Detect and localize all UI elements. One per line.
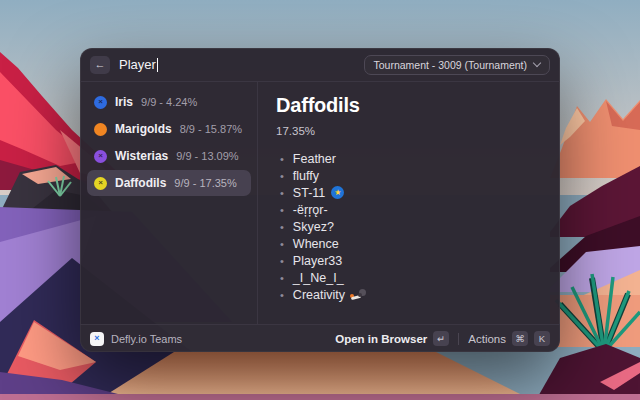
bullet-dot: • (280, 255, 284, 267)
back-button[interactable]: ← (90, 56, 110, 74)
team-color-badge: × (94, 177, 107, 190)
player-name: Whence (293, 237, 339, 251)
player-item: •ST-11★ (276, 184, 542, 201)
team-name: Iris (115, 95, 133, 109)
team-row-wisterias[interactable]: ×Wisterias9/9 - 13.09% (87, 143, 251, 169)
player-name: Player33 (293, 254, 342, 268)
bullet-dot: • (280, 153, 284, 165)
k-keycap: K (534, 331, 550, 346)
player-item: •Whence (276, 235, 542, 252)
bullet-dot: • (280, 187, 284, 199)
player-item: •Feather (276, 150, 542, 167)
team-record: 9/9 - 4.24% (141, 96, 197, 108)
actions-button[interactable]: Actions (468, 333, 506, 345)
footer-bar: × Defly.io Teams Open in Browser ↵ Actio… (80, 324, 560, 352)
defly-x-glyph: × (94, 334, 99, 343)
player-name: Skyez? (293, 220, 334, 234)
search-input[interactable]: Player (119, 57, 355, 72)
window-body: ×Iris9/9 - 4.24%Marigolds8/9 - 15.87%×Wi… (80, 82, 560, 324)
player-name: fluffy (293, 169, 319, 183)
team-detail-panel: Daffodils 17.35% •Feather•fluffy•ST-11★•… (258, 82, 560, 324)
team-list: ×Iris9/9 - 4.24%Marigolds8/9 - 15.87%×Wi… (80, 82, 258, 324)
team-name: Wisterias (115, 149, 168, 163)
enter-keycap: ↵ (433, 331, 449, 346)
team-color-badge: × (94, 96, 107, 109)
cigarette-emoji (351, 289, 367, 301)
player-name: _I_Ne_I_ (293, 271, 344, 285)
player-name: ST-11 (293, 186, 325, 200)
team-color-badge (94, 123, 107, 136)
player-item: •_I_Ne_I_ (276, 269, 542, 286)
team-record: 9/9 - 17.35% (174, 177, 236, 189)
cmd-keycap: ⌘ (512, 331, 528, 346)
text-caret (157, 58, 158, 72)
search-text: Player (119, 57, 156, 72)
player-item: •-ëŗŗǫr- (276, 201, 542, 218)
player-list: •Feather•fluffy•ST-11★•-ëŗŗǫr-•Skyez?•Wh… (276, 150, 542, 303)
bullet-dot: • (280, 289, 284, 301)
defly-teams-window: ← Player Tournament - 3009 (Tournament) … (80, 48, 560, 352)
bullet-dot: • (280, 170, 284, 182)
player-item: •fluffy (276, 167, 542, 184)
team-name: Marigolds (115, 122, 172, 136)
chevron-down-icon (533, 59, 541, 67)
team-detail-title: Daffodils (276, 94, 542, 117)
team-win-rate: 17.35% (276, 125, 542, 137)
bullet-dot: • (280, 204, 284, 216)
player-name: Feather (293, 152, 336, 166)
team-record: 8/9 - 15.87% (180, 123, 242, 135)
bullet-dot: • (280, 238, 284, 250)
player-name: Creativity (293, 288, 345, 302)
open-in-browser-button[interactable]: Open in Browser (335, 333, 427, 345)
footer-actions: Open in Browser ↵ Actions ⌘ K (335, 331, 550, 346)
team-record: 9/9 - 13.09% (176, 150, 238, 162)
team-row-daffodils[interactable]: ×Daffodils9/9 - 17.35% (87, 170, 251, 196)
desktop: ← Player Tournament - 3009 (Tournament) … (0, 0, 640, 400)
player-name: -ëŗŗǫr- (293, 203, 328, 217)
bullet-dot: • (280, 221, 284, 233)
team-row-marigolds[interactable]: Marigolds8/9 - 15.87% (87, 116, 251, 142)
player-item: •Creativity (276, 286, 542, 303)
arrow-left-icon: ← (95, 59, 106, 70)
defly-app-icon: × (90, 332, 104, 346)
bullet-dot: • (280, 272, 284, 284)
app-name-label: Defly.io Teams (111, 333, 182, 345)
player-item: •Skyez? (276, 218, 542, 235)
footer-separator (458, 333, 459, 345)
tournament-selector-label: Tournament - 3009 (Tournament) (374, 59, 528, 71)
search-header: ← Player Tournament - 3009 (Tournament) (80, 48, 560, 82)
team-color-badge: × (94, 150, 107, 163)
team-name: Daffodils (115, 176, 166, 190)
player-item: •Player33 (276, 252, 542, 269)
team-row-iris[interactable]: ×Iris9/9 - 4.24% (87, 89, 251, 115)
tournament-selector[interactable]: Tournament - 3009 (Tournament) (364, 55, 551, 75)
blue-star-emoji: ★ (331, 186, 344, 199)
